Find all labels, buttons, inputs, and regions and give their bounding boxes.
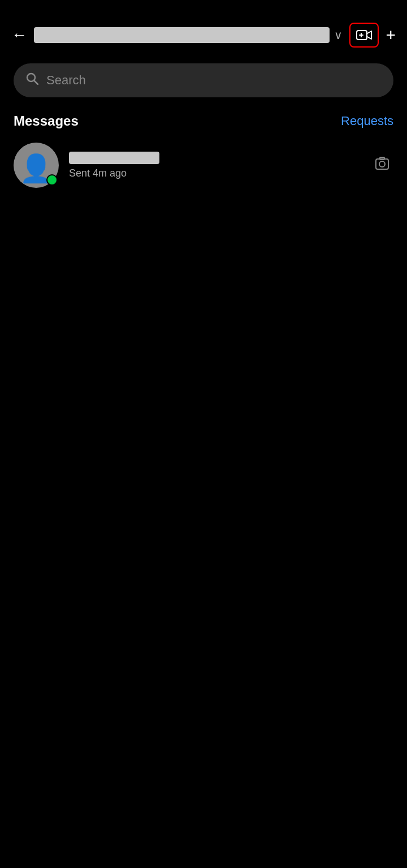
camera-button[interactable] xyxy=(375,156,393,175)
search-container: Search xyxy=(0,57,407,104)
new-message-button[interactable]: + xyxy=(386,27,396,44)
back-button[interactable]: ← xyxy=(11,27,27,43)
header: ← ∨ + xyxy=(0,0,407,57)
dropdown-arrow-icon[interactable]: ∨ xyxy=(334,28,343,42)
contact-name-placeholder xyxy=(69,152,159,164)
message-content: Sent 4m ago xyxy=(69,152,365,179)
message-timestamp: Sent 4m ago xyxy=(69,167,365,179)
svg-rect-5 xyxy=(376,159,388,169)
search-bar[interactable]: Search xyxy=(14,63,393,97)
search-icon xyxy=(26,72,38,88)
header-title-placeholder xyxy=(34,27,330,43)
messages-header: Messages Requests xyxy=(0,104,407,134)
video-call-icon xyxy=(356,29,372,41)
message-item[interactable]: 👤 Sent 4m ago xyxy=(0,134,407,197)
search-placeholder-text: Search xyxy=(46,73,86,88)
svg-point-6 xyxy=(379,161,385,167)
requests-link[interactable]: Requests xyxy=(341,114,393,128)
avatar-wrap: 👤 xyxy=(14,143,59,188)
svg-line-4 xyxy=(34,81,38,85)
messages-title: Messages xyxy=(14,113,79,129)
online-indicator xyxy=(46,174,58,186)
video-call-button[interactable] xyxy=(349,23,379,48)
header-title-bar: ∨ xyxy=(34,27,343,43)
